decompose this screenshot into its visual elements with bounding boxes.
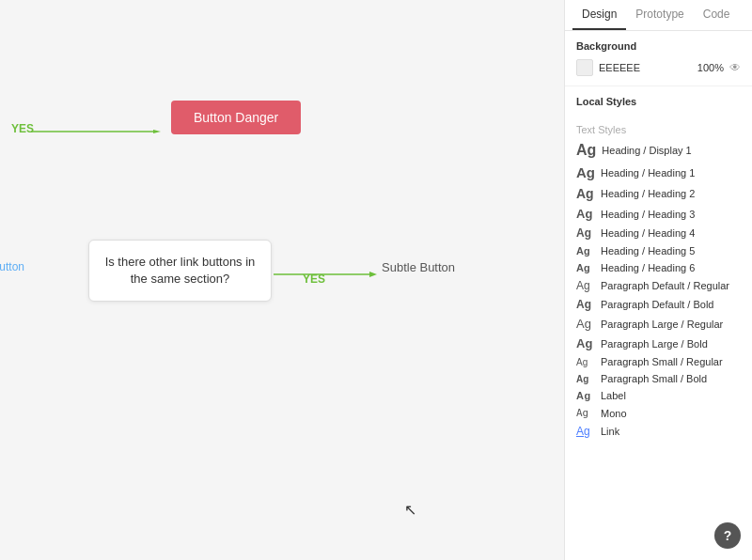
style-name-heading-h6: Heading / Heading 6 (601, 262, 695, 273)
style-ag-heading-h1: Ag (576, 164, 595, 180)
local-styles-section: Local Styles (565, 86, 752, 118)
background-swatch[interactable] (576, 59, 593, 76)
yes-label-bottom: YES (303, 272, 325, 286)
style-ag-heading-h5: Ag (576, 245, 595, 257)
style-item-mono[interactable]: AgMono (565, 404, 752, 422)
style-item-heading-h5[interactable]: AgHeading / Heading 5 (565, 242, 752, 259)
style-name-heading-display: Heading / Display 1 (602, 145, 691, 156)
background-hex: EEEEEE (599, 62, 688, 73)
style-item-heading-h3[interactable]: AgHeading / Heading 3 (565, 204, 752, 224)
style-item-heading-h4[interactable]: AgHeading / Heading 4 (565, 224, 752, 242)
yes-arrow-2 (274, 271, 379, 278)
style-ag-mono: Ag (576, 407, 595, 419)
style-name-heading-h4: Heading / Heading 4 (601, 227, 695, 239)
question-text: Is there other link buttons in the same … (105, 255, 256, 286)
panel-tabs: Design Prototype Code (565, 0, 752, 31)
style-name-para-default-regular: Paragraph Default / Regular (601, 280, 729, 291)
yes-label-top: YES (11, 122, 34, 135)
styles-list: AgHeading / Display 1AgHeading / Heading… (565, 139, 752, 441)
tab-prototype[interactable]: Prototype (626, 0, 693, 30)
button-danger[interactable]: Button Danger (171, 101, 301, 134)
style-ag-para-small-bold: Ag (576, 374, 595, 384)
tab-design[interactable]: Design (572, 0, 626, 30)
style-item-link[interactable]: AgLink (565, 422, 752, 441)
style-ag-heading-h4: Ag (576, 226, 595, 240)
style-ag-heading-h2: Ag (576, 186, 595, 201)
style-ag-para-large-bold: Ag (576, 336, 595, 350)
style-name-link: Link (601, 426, 619, 437)
style-item-para-large-bold[interactable]: AgParagraph Large / Bold (565, 334, 752, 353)
style-ag-para-large-regular: Ag (576, 317, 595, 331)
style-name-para-large-regular: Paragraph Large / Regular (601, 319, 723, 330)
style-item-label[interactable]: AgLabel (565, 387, 752, 404)
background-row: EEEEEE 100% 👁 (576, 59, 741, 76)
background-section: Background EEEEEE 100% 👁 (565, 31, 752, 86)
style-item-heading-h1[interactable]: AgHeading / Heading 1 (565, 162, 752, 183)
style-ag-heading-h6: Ag (576, 262, 595, 273)
style-name-heading-h2: Heading / Heading 2 (601, 188, 695, 199)
style-ag-label: Ag (576, 390, 595, 401)
style-ag-heading-h3: Ag (576, 207, 595, 221)
style-name-para-default-bold: Paragraph Default / Bold (601, 299, 713, 310)
style-name-heading-h5: Heading / Heading 5 (601, 245, 695, 257)
style-item-para-default-regular[interactable]: AgParagraph Default / Regular (565, 276, 752, 295)
style-name-mono: Mono (601, 408, 627, 419)
style-ag-heading-display: Ag (576, 142, 596, 159)
style-item-para-small-bold[interactable]: AgParagraph Small / Bold (565, 370, 752, 387)
cursor-icon: ↖ (404, 501, 416, 519)
style-item-para-default-bold[interactable]: AgParagraph Default / Bold (565, 295, 752, 314)
style-name-label: Label (601, 390, 626, 401)
help-button[interactable]: ? (714, 522, 741, 549)
style-name-para-large-bold: Paragraph Large / Bold (601, 338, 708, 350)
style-name-heading-h3: Heading / Heading 3 (601, 209, 695, 220)
text-styles-label: Text Styles (565, 118, 752, 139)
style-item-heading-h2[interactable]: AgHeading / Heading 2 (565, 183, 752, 204)
background-title: Background (576, 40, 741, 52)
style-ag-para-default-bold: Ag (576, 298, 595, 311)
svg-marker-3 (369, 272, 377, 277)
style-item-heading-display[interactable]: AgHeading / Display 1 (565, 139, 752, 162)
style-item-para-large-regular[interactable]: AgParagraph Large / Regular (565, 314, 752, 334)
question-box: Is there other link buttons in the same … (88, 240, 272, 302)
style-ag-para-default-regular: Ag (576, 279, 595, 292)
yes-arrow (31, 128, 163, 135)
style-item-para-small-regular[interactable]: AgParagraph Small / Regular (565, 353, 752, 370)
style-name-heading-h1: Heading / Heading 1 (601, 167, 695, 179)
local-styles-title: Local Styles (576, 96, 741, 107)
visibility-icon[interactable]: 👁 (729, 61, 741, 74)
style-name-para-small-bold: Paragraph Small / Bold (601, 373, 707, 384)
style-item-heading-h6[interactable]: AgHeading / Heading 6 (565, 259, 752, 276)
tab-code[interactable]: Code (694, 0, 740, 30)
right-panel: Design Prototype Code Background EEEEEE … (564, 0, 752, 560)
canvas: YES Button Danger k Button Is there othe… (0, 0, 564, 560)
background-opacity: 100% (694, 62, 724, 73)
style-name-para-small-regular: Paragraph Small / Regular (601, 356, 723, 367)
link-button-partial[interactable]: k Button (0, 260, 24, 273)
style-ag-para-small-regular: Ag (576, 357, 595, 367)
style-ag-link: Ag (576, 425, 595, 438)
svg-marker-1 (153, 130, 161, 133)
subtle-button[interactable]: Subtle Button (382, 260, 455, 274)
